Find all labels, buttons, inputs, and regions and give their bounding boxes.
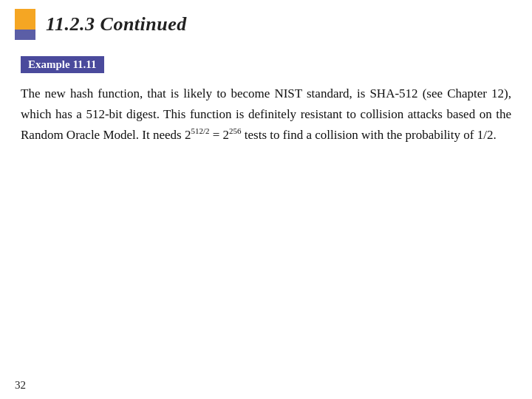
slide-content: Example 11.11 The new hash function, tha… xyxy=(0,46,532,156)
example-badge: Example 11.11 xyxy=(21,56,104,73)
header-decoration xyxy=(15,9,35,40)
slide-header: 11.2.3 Continued xyxy=(0,0,532,46)
slide-title: 11.2.3 Continued xyxy=(46,13,187,35)
body-paragraph: The new hash function, that is likely to… xyxy=(21,83,511,146)
body-text-end: tests to find a collision with the proba… xyxy=(242,128,497,142)
page-number: 32 xyxy=(15,379,26,392)
square-bottom xyxy=(15,30,35,40)
exponent-2: 256 xyxy=(229,126,242,135)
body-text-middle: = 2 xyxy=(209,128,229,142)
exponent-1: 512/2 xyxy=(191,126,209,135)
square-top xyxy=(15,9,35,30)
